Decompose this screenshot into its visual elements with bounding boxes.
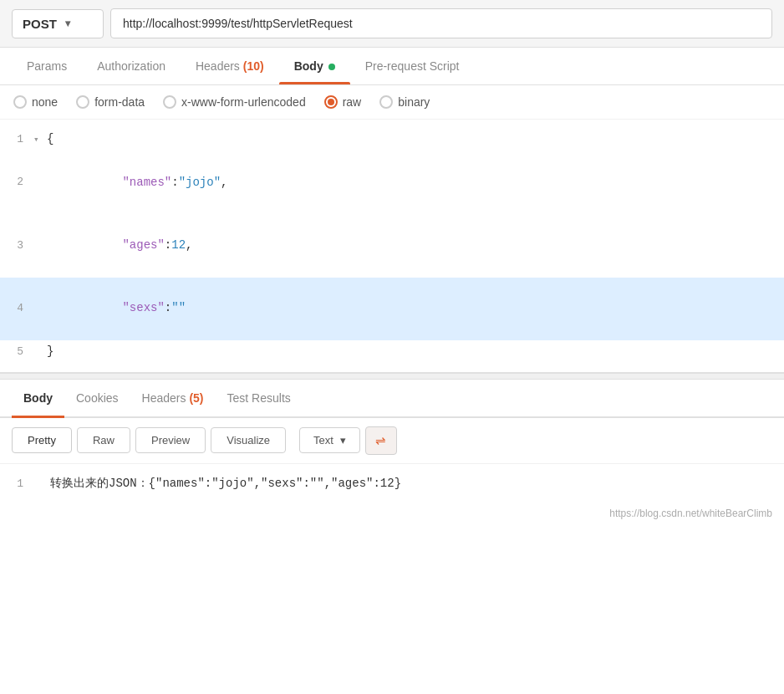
chevron-down-icon: ▾ — [65, 18, 70, 29]
tab-authorization[interactable]: Authorization — [82, 48, 181, 84]
chevron-down-icon: ▾ — [340, 434, 346, 447]
line-number-1: 1 — [0, 130, 33, 149]
text-format-dropdown[interactable]: Text ▾ — [299, 427, 360, 453]
tab-params[interactable]: Params — [12, 48, 82, 84]
top-bar: POST ▾ — [0, 0, 784, 48]
body-options: none form-data x-www-form-urlencoded raw… — [0, 85, 784, 120]
response-line-number: 1 — [0, 475, 33, 493]
response-tab-cookies[interactable]: Cookies — [64, 380, 130, 416]
radio-urlencoded[interactable] — [163, 95, 176, 109]
response-line-1: 1 转换出来的JSON：{"names":"jojo","sexs":"","a… — [0, 472, 784, 496]
line-content-5: } — [47, 342, 784, 362]
response-line-text: 转换出来的JSON：{"names":"jojo","sexs":"","age… — [47, 474, 401, 494]
response-toolbar: Pretty Raw Preview Visualize Text ▾ ⇌ — [0, 418, 784, 464]
option-raw[interactable]: raw — [324, 95, 362, 109]
wrap-icon: ⇌ — [375, 433, 386, 448]
line-number-3: 3 — [0, 237, 33, 255]
code-line-3: 3 "ages":12, — [0, 214, 784, 277]
text-format-label: Text — [313, 434, 333, 447]
visualize-button[interactable]: Visualize — [211, 427, 286, 453]
code-line-5: 5 } — [0, 340, 784, 364]
option-none-label: none — [32, 95, 58, 109]
watermark: https://blog.csdn.net/whiteBearClimb — [0, 504, 784, 523]
wrap-button[interactable]: ⇌ — [365, 426, 397, 455]
line-content-3: "ages":12, — [47, 216, 784, 275]
option-binary[interactable]: binary — [379, 95, 430, 109]
code-line-4: 4 "sexs":"" — [0, 278, 784, 340]
code-editor[interactable]: 1 ▾ { 2 "names":"jojo", 3 "ages":12, 4 "… — [0, 120, 784, 373]
option-form-data-label: form-data — [94, 95, 145, 109]
watermark-text: https://blog.csdn.net/whiteBearClimb — [609, 508, 772, 519]
response-nav-tabs: Body Cookies Headers (5) Test Results — [0, 380, 784, 418]
radio-form-data[interactable] — [76, 95, 89, 109]
line-number-2: 2 — [0, 173, 33, 191]
line-content-2: "names":"jojo", — [47, 153, 784, 212]
option-urlencoded[interactable]: x-www-form-urlencoded — [163, 95, 306, 109]
pretty-button[interactable]: Pretty — [12, 427, 72, 453]
code-line-2: 2 "names":"jojo", — [0, 151, 784, 214]
option-form-data[interactable]: form-data — [76, 95, 145, 109]
request-nav-tabs: Params Authorization Headers (10) Body P… — [0, 48, 784, 85]
tab-body[interactable]: Body — [279, 48, 350, 84]
option-urlencoded-label: x-www-form-urlencoded — [181, 95, 306, 109]
code-line-1: 1 ▾ { — [0, 128, 784, 151]
fold-arrow-1[interactable]: ▾ — [33, 132, 47, 148]
radio-raw[interactable] — [324, 95, 338, 109]
raw-button[interactable]: Raw — [77, 427, 130, 453]
tab-headers[interactable]: Headers (10) — [181, 48, 279, 84]
method-label: POST — [23, 17, 57, 31]
line-number-5: 5 — [0, 343, 33, 361]
radio-none[interactable] — [13, 95, 27, 109]
line-content-1: { — [47, 130, 784, 150]
method-selector[interactable]: POST ▾ — [12, 9, 104, 38]
url-input[interactable] — [110, 8, 772, 38]
line-number-4: 4 — [0, 299, 33, 318]
preview-button[interactable]: Preview — [135, 427, 206, 453]
response-tab-body[interactable]: Body — [12, 380, 64, 416]
line-content-4: "sexs":"" — [47, 279, 784, 339]
option-binary-label: binary — [398, 95, 430, 109]
radio-binary[interactable] — [379, 95, 393, 109]
tab-prerequest[interactable]: Pre-request Script — [350, 48, 475, 84]
response-content: 1 转换出来的JSON：{"names":"jojo","sexs":"","a… — [0, 464, 784, 504]
section-divider — [0, 373, 784, 380]
option-raw-label: raw — [343, 95, 362, 109]
response-tab-headers[interactable]: Headers (5) — [130, 380, 216, 416]
response-tab-testresults[interactable]: Test Results — [216, 380, 303, 416]
option-none[interactable]: none — [13, 95, 58, 109]
